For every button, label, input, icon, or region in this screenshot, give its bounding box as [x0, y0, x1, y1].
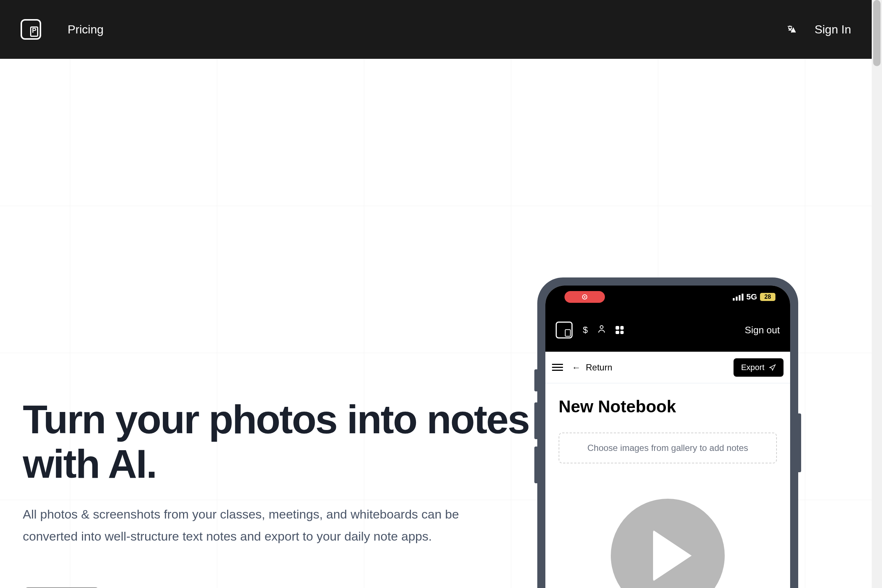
scrollbar-thumb[interactable] — [873, 0, 880, 66]
image-picker-label: Choose images from gallery to add notes — [587, 443, 748, 453]
battery-level: 28 — [764, 294, 771, 300]
dollar-icon[interactable]: $ — [583, 325, 588, 335]
status-left — [564, 291, 605, 303]
signal-icon — [733, 294, 744, 301]
export-label: Export — [741, 363, 764, 372]
status-right: 5G 28 — [733, 292, 776, 302]
arrow-left-icon: ← — [572, 362, 580, 373]
app-header-left: $ — [556, 322, 624, 339]
app-logo[interactable] — [556, 322, 573, 339]
battery-icon: 28 — [760, 293, 776, 301]
vertical-scrollbar[interactable] — [872, 0, 882, 588]
record-icon — [582, 294, 587, 300]
signin-link[interactable]: Sign In — [814, 23, 851, 36]
language-icon[interactable] — [786, 24, 797, 34]
phone-button-volume-down — [534, 447, 537, 483]
pricing-link[interactable]: Pricing — [68, 23, 104, 36]
menu-icon[interactable] — [552, 364, 563, 371]
hero-section: Turn your photos into notes with AI. All… — [0, 59, 872, 588]
svg-point-0 — [600, 326, 603, 328]
logo[interactable] — [21, 19, 41, 40]
image-picker[interactable]: Choose images from gallery to add notes — [559, 432, 777, 464]
phone-button-volume-up — [534, 402, 537, 439]
phone-frame: 5G 28 $ — [537, 278, 798, 588]
return-button[interactable]: ← Return — [572, 362, 612, 373]
hero-title: Turn your photos into notes with AI. — [23, 397, 533, 486]
play-button[interactable] — [611, 499, 725, 588]
phone-button-silent — [534, 369, 537, 392]
phone-mockup: 5G 28 $ — [537, 278, 798, 588]
main-header: Pricing Sign In — [0, 0, 872, 59]
hero-content: Turn your photos into notes with AI. All… — [0, 59, 533, 588]
hero-subtitle: All photos & screenshots from your class… — [23, 504, 508, 547]
user-icon[interactable] — [598, 325, 605, 335]
recording-indicator — [564, 291, 605, 303]
phone-button-power — [798, 413, 801, 472]
send-icon — [769, 364, 776, 371]
apps-grid-icon[interactable] — [616, 326, 624, 334]
notebook-content: New Notebook Choose images from gallery … — [545, 383, 790, 464]
app-header: $ Sign out — [545, 308, 790, 352]
export-button[interactable]: Export — [734, 358, 783, 376]
app-toolbar: ← Return Export — [545, 352, 790, 383]
play-icon — [653, 530, 692, 581]
notebook-title: New Notebook — [559, 396, 777, 416]
header-right: Sign In — [786, 23, 851, 36]
status-bar: 5G 28 — [545, 285, 790, 308]
network-label: 5G — [746, 292, 757, 302]
return-label: Return — [586, 362, 612, 373]
signout-link[interactable]: Sign out — [745, 324, 780, 336]
phone-screen: 5G 28 $ — [545, 285, 790, 588]
toolbar-left: ← Return — [552, 362, 612, 373]
header-left: Pricing — [21, 19, 104, 40]
